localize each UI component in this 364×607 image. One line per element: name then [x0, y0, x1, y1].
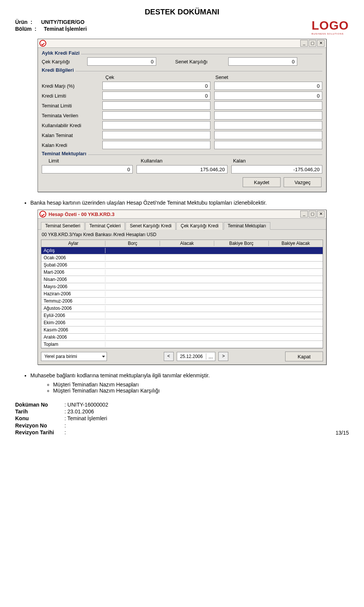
- table-row[interactable]: Haziran-2006: [41, 290, 323, 298]
- kredi-row-label: Kalan Teminat: [42, 132, 102, 138]
- cek-karsiligi-input[interactable]: [87, 57, 156, 66]
- app-icon: [39, 40, 46, 47]
- urun-label: Ürün: [15, 19, 28, 25]
- tab-strip: Teminat SenetleriTeminat ÇekleriSenet Ka…: [38, 219, 326, 230]
- kredi-cek-input[interactable]: [102, 131, 210, 139]
- tab-teminat-mektuplar-[interactable]: Teminat Mektupları: [224, 222, 270, 230]
- month-cell: Kasım-2006: [41, 327, 105, 333]
- currency-select[interactable]: Yerel para birimi: [41, 352, 107, 361]
- credit-window: _ ▢ ✕ Aylık Kredi Faizi Çek Karşılığı Se…: [38, 39, 326, 192]
- kredi-section-title: Kredi Bilgileri: [42, 67, 75, 73]
- senet-karsiligi-input[interactable]: [228, 57, 297, 66]
- restore-button[interactable]: ▢: [309, 40, 316, 47]
- restore-button[interactable]: ▢: [309, 211, 316, 218]
- table-row[interactable]: Şubat-2006: [41, 262, 323, 269]
- month-cell: Toplam: [41, 342, 105, 347]
- kredi-cek-input[interactable]: [102, 82, 210, 90]
- tab-teminat-ekleri[interactable]: Teminat Çekleri: [85, 222, 125, 230]
- month-cell: Mart-2006: [41, 270, 105, 275]
- table-row[interactable]: Eylül-2006: [41, 312, 323, 319]
- account-path: 00 YKB.KRD.3/Yapı Kredi Bankası /Kredi H…: [38, 230, 326, 240]
- sub-bullet: Müşteri Teminatları Nazım Hesapları: [53, 382, 349, 388]
- tab-senet-kar-l-kredi[interactable]: Senet Karşılığı Kredi: [126, 222, 176, 230]
- date-picker[interactable]: 25.12.2006 ...: [177, 352, 216, 361]
- table-row[interactable]: Açılış: [41, 247, 323, 254]
- page-number: 13/15: [336, 430, 349, 436]
- kredi-row: Kredi Marjı (%): [42, 82, 322, 90]
- kredi-row-label: Teminat Limiti: [42, 103, 102, 109]
- tm-limit-label: Limit: [42, 158, 138, 164]
- hesap-ozeti-title: Hesap Özeti - 00 YKB.KRD.3: [49, 211, 300, 217]
- kredi-row: Teminat Limiti: [42, 101, 322, 110]
- kredi-senet-input[interactable]: [214, 101, 322, 110]
- kredi-row-label: Teminata Verilen: [42, 113, 102, 118]
- urun-value: UNITY/TIGER/GO: [41, 19, 84, 25]
- date-dots-button[interactable]: ...: [206, 353, 215, 359]
- kredi-senet-input[interactable]: [214, 131, 322, 139]
- tab-teminat-senetleri[interactable]: Teminat Senetleri: [41, 222, 85, 230]
- kredi-row-label: Kredi Limiti: [42, 93, 102, 99]
- tm-kullanilan-input[interactable]: [136, 165, 228, 173]
- kredi-senet-input[interactable]: [214, 121, 322, 129]
- grid-header-cell: Borç: [105, 241, 160, 246]
- kredi-cek-input[interactable]: [102, 91, 210, 100]
- save-button[interactable]: Kaydet: [243, 177, 281, 187]
- tm-kalan-input[interactable]: [231, 165, 322, 173]
- kredi-row-label: Kredi Marjı (%): [42, 83, 102, 89]
- minimize-button[interactable]: _: [300, 40, 308, 47]
- kapat-button[interactable]: Kapat: [285, 352, 323, 361]
- table-row[interactable]: Mart-2006: [41, 269, 323, 276]
- kredi-senet-input[interactable]: [214, 111, 322, 120]
- prev-button[interactable]: <: [164, 352, 174, 361]
- kredi-row: Teminata Verilen: [42, 111, 322, 120]
- kredi-senet-input[interactable]: [214, 91, 322, 100]
- month-cell: Nisan-2006: [41, 277, 105, 282]
- table-row[interactable]: Ekim-2006: [41, 319, 323, 326]
- table-row[interactable]: Temmuz-2006: [41, 298, 323, 305]
- month-cell: Ocak-2006: [41, 255, 105, 260]
- minimize-button[interactable]: _: [300, 211, 308, 218]
- kredi-row-label: Kullanılabilir Kredi: [42, 123, 102, 128]
- kredi-senet-input[interactable]: [214, 141, 322, 149]
- sub-bullet: Müşteri Teminatları Nazım Hesapları Karş…: [53, 388, 349, 394]
- table-row[interactable]: Ağustos-2006: [41, 305, 323, 312]
- grid-header-cell: Bakiye Alacak: [269, 241, 323, 246]
- month-cell: Aralık-2006: [41, 334, 105, 340]
- tab--ek-kar-l-kredi[interactable]: Çek Karşılığı Kredi: [176, 222, 223, 230]
- month-cell: Ekim-2006: [41, 320, 105, 325]
- kredi-cek-input[interactable]: [102, 101, 210, 110]
- logo-text: LOGO: [312, 19, 349, 33]
- month-cell: Ağustos-2006: [41, 306, 105, 311]
- kredi-cek-input[interactable]: [102, 141, 210, 149]
- month-cell: Şubat-2006: [41, 262, 105, 268]
- paragraph-bullet-1: Banka hesap kartının üzerinden ulaşılan …: [30, 200, 349, 206]
- dokno-label: Doküman No: [15, 401, 64, 408]
- kredi-senet-input[interactable]: [214, 82, 322, 90]
- close-button[interactable]: ✕: [317, 40, 325, 47]
- col-senet: Senet: [212, 74, 322, 80]
- col-cek: Çek: [102, 74, 212, 80]
- kredi-cek-input[interactable]: [102, 111, 210, 120]
- date-value: 25.12.2006: [177, 354, 206, 359]
- revno-value: :: [64, 423, 66, 429]
- table-row[interactable]: Toplam: [41, 341, 323, 348]
- dokno-value: : UNITY-16000002: [64, 402, 108, 408]
- table-row[interactable]: Ocak-2006: [41, 254, 323, 262]
- table-row[interactable]: Mayıs-2006: [41, 283, 323, 290]
- currency-value: Yerel para birimi: [44, 354, 77, 359]
- month-cell: Açılış: [41, 248, 105, 253]
- bolum-label: Bölüm: [15, 26, 32, 32]
- logo: LOGO BUSINESS SOLUTIONS: [312, 19, 349, 35]
- table-row[interactable]: Nisan-2006: [41, 276, 323, 283]
- next-button[interactable]: >: [218, 352, 228, 361]
- table-row[interactable]: Aralık-2006: [41, 334, 323, 341]
- table-row[interactable]: Kasım-2006: [41, 326, 323, 334]
- close-button[interactable]: ✕: [317, 211, 325, 218]
- revtarih-label: Revizyon Tarihi: [15, 429, 64, 436]
- kredi-row-label: Kalan Kredi: [42, 142, 102, 148]
- revno-label: Revizyon No: [15, 422, 64, 429]
- tm-limit-input[interactable]: [42, 165, 133, 173]
- cancel-button[interactable]: Vazgeç: [284, 177, 322, 187]
- kredi-cek-input[interactable]: [102, 121, 210, 129]
- app-icon: [39, 211, 46, 218]
